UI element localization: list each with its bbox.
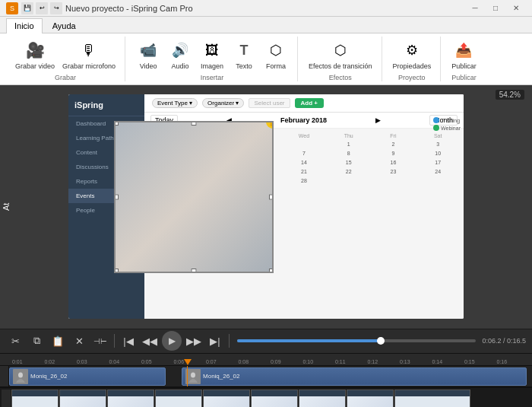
cal-cell[interactable]: 7 <box>282 149 326 157</box>
cal-cell[interactable]: 21 <box>282 167 326 176</box>
slide-header-3 <box>108 390 154 396</box>
audio-icon: 🔊 <box>168 38 192 62</box>
cal-cell[interactable]: 23 <box>372 167 416 176</box>
resize-handle-bc[interactable] <box>192 269 197 273</box>
cal-cell[interactable]: 14 <box>282 158 326 167</box>
step-fwd-button[interactable]: ▶▶ <box>185 332 203 350</box>
cal-cell[interactable]: 3 <box>416 140 460 148</box>
add-button[interactable]: Add + <box>295 98 324 108</box>
cal-cell[interactable]: 22 <box>327 167 371 176</box>
resize-handle-ml[interactable] <box>114 195 119 200</box>
cut-button[interactable]: ✂ <box>6 332 24 350</box>
cal-cell[interactable] <box>282 140 326 148</box>
lock-icon[interactable]: 🔒 <box>266 121 274 129</box>
ribbon-item-grabar-video[interactable]: 🎥 Grabar video <box>12 37 58 72</box>
split-button[interactable]: ⊣⊢ <box>91 332 109 350</box>
video-clip-2[interactable]: Moniq_26_02 <box>182 367 527 386</box>
paste-button[interactable]: 📋 <box>49 332 67 350</box>
cal-cell[interactable]: 15 <box>327 158 371 167</box>
delete-button[interactable]: ✕ <box>70 332 88 350</box>
prev-button[interactable]: |◀ <box>119 332 138 350</box>
resize-handle-tl[interactable] <box>114 121 119 126</box>
slide-inner-7 <box>299 390 345 407</box>
cal-cell[interactable] <box>416 176 460 185</box>
slide-thumb-6[interactable]: Re... <box>251 390 298 407</box>
user-search[interactable]: Select user <box>249 98 290 108</box>
maximize-button[interactable]: □ <box>486 2 505 15</box>
svg-point-5 <box>236 257 252 269</box>
close-button[interactable]: ✕ <box>506 2 526 15</box>
day-thu: Thu <box>327 132 371 139</box>
slide-thumb-5[interactable]: Re... <box>203 390 250 407</box>
cal-cell[interactable] <box>327 176 371 185</box>
slide-thumb-1[interactable]: Re... <box>11 390 59 407</box>
resize-handle-bl[interactable] <box>114 269 119 273</box>
slide-inner-2 <box>60 390 106 407</box>
ribbon-item-grabar-microfono[interactable]: 🎙 Grabar microfono <box>59 37 119 72</box>
ribbon-item-forma[interactable]: ⬡ Forma <box>261 37 291 72</box>
resize-handle-br[interactable] <box>269 269 274 273</box>
step-back-button[interactable]: ◀◀ <box>141 332 159 350</box>
training-label: Training <box>441 118 460 123</box>
slide-thumb-2[interactable]: Re... <box>59 390 106 407</box>
grabar-microfono-label: Grabar microfono <box>62 62 116 71</box>
video-label: Video <box>140 62 157 71</box>
slides-track: Re... Re... Re... Re... Re... <box>0 387 532 407</box>
at-label: At <box>0 85 12 329</box>
training-dot <box>433 117 439 123</box>
cal-cell[interactable] <box>372 176 416 185</box>
ribbon-item-texto[interactable]: T Texto <box>229 37 259 72</box>
toolbar-icon-undo[interactable]: ↩ <box>36 2 48 14</box>
ribbon-item-efectos-transicion[interactable]: ⬡ Efectos de transición <box>306 37 375 72</box>
ribbon-item-imagen[interactable]: 🖼 Imagen <box>197 37 227 72</box>
slide-header-2 <box>60 390 106 396</box>
video-clip-overlay[interactable]: 🔒 <box>114 121 274 273</box>
slide-thumb-recording[interactable]: Recording... <box>394 390 470 407</box>
cal-cell[interactable]: 1 <box>327 140 371 148</box>
imagen-label: Imagen <box>201 62 223 71</box>
next-button[interactable]: ▶| <box>206 332 224 350</box>
progress-thumb[interactable] <box>377 337 385 345</box>
slide-thumb-8[interactable]: Re... <box>347 390 394 407</box>
resize-handle-tc[interactable] <box>192 121 197 126</box>
cal-cell[interactable]: 16 <box>372 158 416 167</box>
copy-button[interactable]: ⧉ <box>27 332 46 350</box>
ribbon-group-insertar: 📹 Video 🔊 Audio 🖼 Imagen T Texto ⬡ <box>127 37 298 81</box>
toolbar-icon-redo[interactable]: ↪ <box>50 2 62 14</box>
ribbon-item-video[interactable]: 📹 Video <box>133 37 163 72</box>
slide-thumb-7[interactable]: Re... <box>299 390 346 407</box>
clip-2-label: Moniq_26_02 <box>203 373 239 380</box>
cal-cell[interactable]: 17 <box>416 158 460 167</box>
cal-next[interactable]: ▶ <box>375 116 381 124</box>
ruler-mark-2: 0:03 <box>77 359 87 364</box>
organizer-filter[interactable]: Organizer ▾ <box>202 98 244 108</box>
propiedades-icon: ⚙ <box>400 38 424 62</box>
webinar-dot <box>433 125 439 131</box>
ribbon-item-publicar[interactable]: 📤 Publicar <box>448 37 480 72</box>
video-clip-1[interactable]: Moniq_26_02 <box>9 367 166 386</box>
track-label <box>0 366 9 386</box>
cal-cell[interactable]: 2 <box>372 140 416 148</box>
cal-cell[interactable]: 8 <box>327 149 371 157</box>
cal-cell[interactable]: 28 <box>282 176 326 185</box>
tab-inicio[interactable]: Inicio <box>6 18 43 33</box>
ribbon-item-audio[interactable]: 🔊 Audio <box>165 37 195 72</box>
minimize-button[interactable]: ─ <box>465 2 485 15</box>
slide-thumb-3[interactable]: Re... <box>107 390 154 407</box>
event-type-filter[interactable]: Event Type ▾ <box>152 98 198 108</box>
toolbar-icon-save[interactable]: 💾 <box>21 2 33 14</box>
cal-cell[interactable]: 10 <box>416 149 460 157</box>
svg-point-1 <box>145 227 242 272</box>
tab-ayuda[interactable]: Ayuda <box>44 18 84 33</box>
play-button[interactable]: ▶ <box>162 331 182 351</box>
day-sat: Sat <box>416 132 460 139</box>
resize-handle-mr[interactable] <box>269 195 274 200</box>
texto-icon: T <box>232 38 256 62</box>
slide-thumb-4[interactable]: Re... <box>155 390 202 407</box>
cal-cell[interactable]: 9 <box>372 149 416 157</box>
cal-cell[interactable]: 24 <box>416 167 460 176</box>
toolbar-sep-1 <box>114 334 115 348</box>
progress-bar[interactable] <box>237 339 476 342</box>
audio-label: Audio <box>172 62 189 71</box>
ribbon-item-propiedades[interactable]: ⚙ Propiedades <box>390 37 435 72</box>
